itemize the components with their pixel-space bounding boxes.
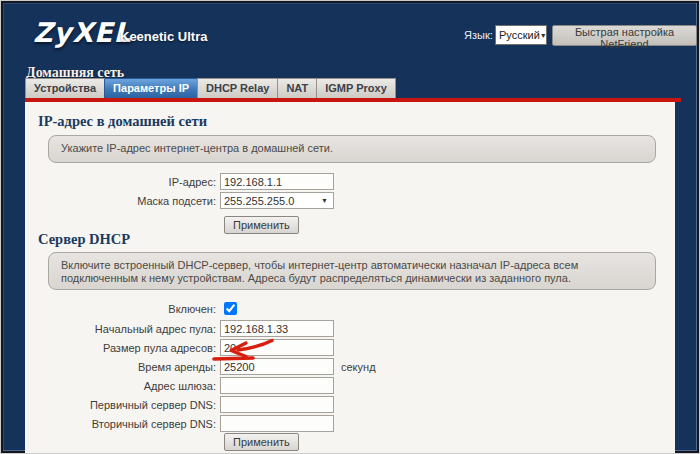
language-select[interactable]: Русский ▼ xyxy=(495,25,547,45)
language-selected-value: Русский xyxy=(499,29,540,41)
dhcp-enabled-checkbox[interactable] xyxy=(224,302,237,315)
ip-address-input[interactable] xyxy=(220,173,334,190)
section-title-dhcp: Сервер DHCP xyxy=(38,231,130,248)
lease-time-input[interactable] xyxy=(220,358,334,375)
dhcp-enabled-label: Включен: xyxy=(25,303,220,315)
chevron-down-icon: ▼ xyxy=(321,197,328,204)
ip-form: IP-адрес: Маска подсети: 255.255.255.0 ▼ xyxy=(25,173,675,211)
ip-address-label: IP-адрес: xyxy=(25,176,220,188)
tab-label: IGMP Proxy xyxy=(325,82,387,94)
ip-address-row: IP-адрес: xyxy=(25,173,675,190)
pool-start-label: Начальный адрес пула: xyxy=(25,323,220,335)
tab-devices[interactable]: Устройства xyxy=(25,78,105,98)
zyxel-logo: ZyXEL xyxy=(33,17,132,48)
dns-primary-row: Первичный сервер DNS: xyxy=(25,396,675,413)
tab-label: DHCP Relay xyxy=(206,82,269,94)
gateway-label: Адрес шлюза: xyxy=(25,380,220,392)
model-name: Keenetic Ultra xyxy=(120,29,207,44)
subnet-mask-select[interactable]: 255.255.255.0 ▼ xyxy=(220,192,334,209)
tab-label: Параметры IP xyxy=(113,82,189,94)
tab-label: Устройства xyxy=(34,82,96,94)
router-admin-window: ZyXEL Keenetic Ultra Язык: Русский ▼ Быс… xyxy=(0,0,700,454)
dns-secondary-row: Вторичный сервер DNS: xyxy=(25,415,675,432)
dhcp-enabled-row: Включен: xyxy=(25,300,675,317)
chevron-down-icon: ▼ xyxy=(540,32,547,39)
dns-primary-input[interactable] xyxy=(220,396,334,413)
apply-button-dhcp[interactable]: Применить xyxy=(224,433,299,451)
pool-start-input[interactable] xyxy=(220,320,334,337)
section-title-ip: IP-адрес в домашней сети xyxy=(38,113,207,130)
pool-start-row: Начальный адрес пула: xyxy=(25,320,675,337)
apply-button-ip[interactable]: Применить xyxy=(224,216,299,234)
lease-time-label: Время аренды: xyxy=(25,361,220,373)
tab-nat[interactable]: NAT xyxy=(277,78,317,98)
subnet-mask-label: Маска подсети: xyxy=(25,195,220,207)
tab-bar: УстройстваПараметры IPDHCP RelayNATIGMP … xyxy=(25,78,395,98)
tab-ip-params[interactable]: Параметры IP xyxy=(104,78,198,98)
ip-hint-box: Укажите IP-адрес интернет-центра в домаш… xyxy=(48,135,656,163)
lease-time-row: Время аренды: секунд xyxy=(25,358,675,375)
language-label: Язык: xyxy=(464,29,493,41)
content-panel: IP-адрес в домашней сети Укажите IP-адре… xyxy=(25,102,675,453)
pool-size-input[interactable] xyxy=(220,339,334,356)
dhcp-hint-box: Включите встроенный DHCP-сервер, чтобы и… xyxy=(48,252,656,290)
dns-secondary-label: Вторичный сервер DNS: xyxy=(25,418,220,430)
tab-dhcp-relay[interactable]: DHCP Relay xyxy=(197,78,278,98)
dns-secondary-input[interactable] xyxy=(220,415,334,432)
tab-label: NAT xyxy=(286,82,308,94)
netfriend-button[interactable]: Быстрая настройка NetFriend xyxy=(552,25,697,46)
gateway-input[interactable] xyxy=(220,377,334,394)
dhcp-form: Начальный адрес пула: Размер пула адресо… xyxy=(25,320,675,434)
pool-size-row: Размер пула адресов: xyxy=(25,339,675,356)
gateway-row: Адрес шлюза: xyxy=(25,377,675,394)
subnet-mask-row: Маска подсети: 255.255.255.0 ▼ xyxy=(25,192,675,209)
dns-primary-label: Первичный сервер DNS: xyxy=(25,399,220,411)
tab-igmp-proxy[interactable]: IGMP Proxy xyxy=(316,78,396,98)
lease-time-suffix: секунд xyxy=(341,361,376,373)
pool-size-label: Размер пула адресов: xyxy=(25,342,220,354)
subnet-mask-value: 255.255.255.0 xyxy=(224,195,294,207)
page-background: ZyXEL Keenetic Ultra Язык: Русский ▼ Быс… xyxy=(3,3,697,451)
